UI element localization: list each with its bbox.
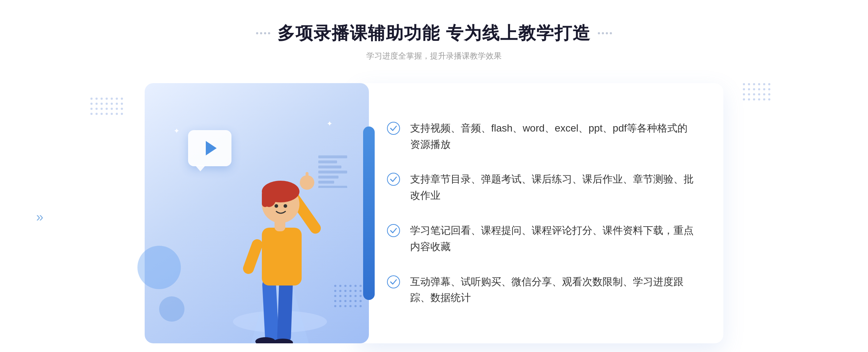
feature-text-1: 支持视频、音频、flash、word、excel、ppt、pdf等各种格式的资源… (410, 120, 694, 153)
play-triangle-icon (206, 141, 217, 155)
svg-point-14 (275, 204, 278, 208)
page-wrapper: » 多项录播课辅助功能 专为线上教学打造 学习进度全掌握，提升录播课教学效果 (0, 0, 868, 352)
sparkle-icon-1: ✦ (174, 126, 180, 135)
feature-text-3: 学习笔记回看、课程提问、课程评论打分、课件资料下载，重点内容收藏 (410, 223, 694, 255)
deco-dots-left (256, 32, 270, 34)
subtitle: 学习进度全掌握，提升录播课教学效果 (256, 51, 612, 61)
check-icon-2 (387, 173, 400, 186)
bg-dots-top-right (743, 83, 770, 100)
dots-pattern-illustration (334, 285, 362, 307)
feature-item-4: 互动弹幕、试听购买、微信分享、观看次数限制、学习进度跟踪、数据统计 (387, 274, 694, 306)
sparkle-icon-2: ✦ (327, 119, 333, 128)
svg-point-21 (387, 276, 400, 288)
svg-point-18 (387, 122, 400, 134)
feature-text-4: 互动弹幕、试听购买、微信分享、观看次数限制、学习进度跟踪、数据统计 (410, 274, 694, 306)
svg-point-15 (284, 204, 287, 208)
main-title: 多项录播课辅助功能 专为线上教学打造 (277, 22, 590, 45)
deco-circle-small (159, 296, 184, 322)
illustration-card: ✦ ✦ (145, 83, 369, 343)
feature-item-2: 支持章节目录、弹题考试、课后练习、课后作业、章节测验、批改作业 (387, 171, 694, 204)
header-section: 多项录播课辅助功能 专为线上教学打造 学习进度全掌握，提升录播课教学效果 (256, 22, 612, 61)
feature-item-3: 学习笔记回看、课程提问、课程评论打分、课件资料下载，重点内容收藏 (387, 223, 694, 255)
deco-dots-right (598, 32, 612, 34)
feature-item-1: 支持视频、音频、flash、word、excel、ppt、pdf等各种格式的资源… (387, 120, 694, 153)
feature-text-2: 支持章节目录、弹题考试、课后练习、课后作业、章节测验、批改作业 (410, 171, 694, 204)
svg-rect-6 (262, 228, 302, 286)
svg-rect-13 (262, 191, 268, 207)
header-decoration: 多项录播课辅助功能 专为线上教学打造 (256, 22, 612, 45)
content-area: ✦ ✦ (145, 83, 723, 343)
chevron-left-decoration: » (36, 210, 43, 225)
svg-rect-3 (277, 278, 293, 343)
svg-point-20 (387, 224, 400, 237)
blue-bar-decoration (363, 126, 375, 300)
deco-circle-large (137, 246, 181, 289)
check-icon-4 (387, 275, 400, 288)
check-icon-3 (387, 224, 400, 237)
check-icon-1 (387, 122, 400, 135)
svg-point-19 (387, 173, 400, 185)
bg-dots-top-left (90, 98, 123, 115)
svg-rect-8 (242, 238, 264, 275)
person-illustration (222, 134, 338, 343)
features-panel: 支持视频、音频、flash、word、excel、ppt、pdf等各种格式的资源… (358, 83, 723, 343)
